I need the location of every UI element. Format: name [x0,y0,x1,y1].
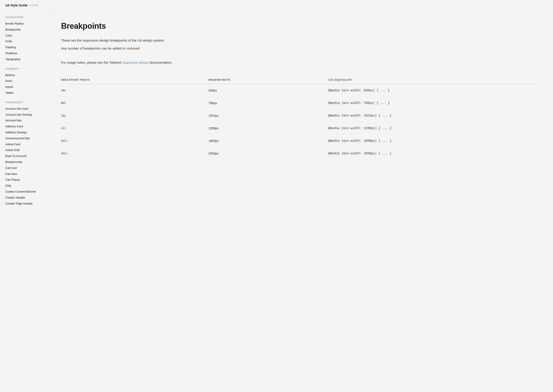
cell-width: 768px [205,97,325,109]
sidebar-item-inputs[interactable]: Inputs [5,84,43,90]
sidebar-item-border-radius[interactable]: Border Radius [5,21,43,27]
cell-prefix: 2xl: [61,135,205,147]
sidebar-item-announcement-bar[interactable]: Announcement Bar [5,135,43,141]
cell-width: 1280px [205,122,325,135]
sidebar-item-account-info-overlay[interactable]: Account Info Overlay [5,112,43,118]
sidebar-item-breakpoints[interactable]: Breakpoints [5,27,43,33]
col-header-width: MINIMUM WIDTH [205,76,325,84]
main-layout: FOUNDATIONS Border Radius Breakpoints Co… [0,11,553,392]
sidebar-section-components: COMPONENTS Account Info Card Account Inf… [5,101,43,207]
content-area: Breakpoints These are the responsive des… [49,11,553,392]
sidebar-item-padding[interactable]: Padding [5,44,43,50]
sidebar-item-buttons[interactable]: Buttons [5,72,43,78]
description-block: These are the responsive design breakpoi… [61,38,541,51]
col-header-prefix: BREAKPOINT PREFIX [61,76,205,84]
sidebar-section-foundations: FOUNDATIONS Border Radius Breakpoints Co… [5,16,43,62]
cell-prefix: lg: [61,109,205,122]
sidebar-item-shadows[interactable]: Shadows [5,50,43,56]
foundations-section-label: FOUNDATIONS [5,16,43,19]
sidebar-item-chip[interactable]: Chip [5,183,43,189]
cell-prefix: sm: [61,84,205,97]
sidebar-item-grids[interactable]: Grids [5,38,43,44]
sidebar-item-cart-icon[interactable]: Cart Icon [5,165,43,171]
sidebar-item-cart-item[interactable]: Cart Item [5,171,43,177]
sidebar-section-elements: ELEMENTS Buttons Icons Inputs Tables [5,68,43,96]
table-row: 3xl:2560px@media (min-width: 2560px) { .… [61,147,541,160]
sidebar-item-address-card[interactable]: Address Card [5,124,43,130]
responsive-design-link[interactable]: responsive design [122,61,149,64]
app-title: UA Style Guide [5,4,28,7]
sidebar-item-creator-page-header[interactable]: Creator Page Header [5,201,43,207]
sidebar-item-article-card[interactable]: Article Card [5,141,43,147]
sidebar-item-article-grid[interactable]: Article Grid [5,147,43,153]
elements-section-label: ELEMENTS [5,68,43,70]
description-line-1: These are the responsive design breakpoi… [61,38,541,43]
cell-width: 1024px [205,109,325,122]
table-row: xl:1280px@media (min-width: 1280px) { ..… [61,122,541,135]
table-row: sm:640px@media (min-width: 640px) { ... … [61,84,541,97]
description-line-3: For usage notes, please see the Tailwind… [61,60,541,65]
app-container: UA Style Guide 1.0.913 FOUNDATIONS Borde… [0,0,553,392]
cell-width: 640px [205,84,325,97]
col-header-css: CSS EQUIVALENT [325,76,541,84]
table-body: sm:640px@media (min-width: 640px) { ... … [61,84,541,160]
cell-css: @media (min-width: 768px) { ... } [325,97,541,109]
cell-prefix: xl: [61,122,205,135]
cell-css: @media (min-width: 1024px) { ... } [325,109,541,122]
cell-prefix: md: [61,97,205,109]
sidebar-item-cookie-consent-banner[interactable]: Cookie Consent Banner [5,189,43,195]
page-title: Breakpoints [61,21,541,31]
sidebar-item-address-overlay[interactable]: Address Overlay [5,130,43,135]
app-version: 1.0.913 [29,4,38,7]
cell-prefix: 3xl: [61,147,205,160]
cell-css: @media (min-width: 1800px) { ... } [325,135,541,147]
sidebar-item-creator-header[interactable]: Creator Header [5,195,43,201]
cell-css: @media (min-width: 2560px) { ... } [325,147,541,160]
description-line-2: Any number of breakpoints can be added o… [61,46,541,51]
breakpoints-table: BREAKPOINT PREFIX MINIMUM WIDTH CSS EQUI… [61,76,541,160]
components-section-label: COMPONENTS [5,101,43,104]
cell-width: 2560px [205,147,325,160]
cell-width: 1800px [205,135,325,147]
table-row: md:768px@media (min-width: 768px) { ... … [61,97,541,109]
cell-css: @media (min-width: 1280px) { ... } [325,122,541,135]
sidebar-item-account-info-card[interactable]: Account Info Card [5,106,43,112]
cell-css: @media (min-width: 640px) { ... } [325,84,541,97]
table-row: 2xl:1800px@media (min-width: 1800px) { .… [61,135,541,147]
sidebar-item-cart-popup[interactable]: Cart Popup [5,177,43,183]
sidebar-item-tables[interactable]: Tables [5,90,43,96]
sidebar-item-account-nav[interactable]: Account Nav [5,118,43,124]
sidebar-item-back-to-account[interactable]: Back To Account [5,153,43,159]
sidebar: FOUNDATIONS Border Radius Breakpoints Co… [0,11,49,392]
table-header: BREAKPOINT PREFIX MINIMUM WIDTH CSS EQUI… [61,76,541,84]
sidebar-item-color[interactable]: Color [5,33,43,39]
sidebar-item-breadcrumbs[interactable]: Breadcrumbs [5,159,43,165]
sidebar-item-typography[interactable]: Typography [5,56,43,62]
sidebar-item-icons[interactable]: Icons [5,78,43,84]
table-header-row: BREAKPOINT PREFIX MINIMUM WIDTH CSS EQUI… [61,76,541,84]
table-row: lg:1024px@media (min-width: 1024px) { ..… [61,109,541,122]
top-bar: UA Style Guide 1.0.913 [0,0,553,11]
